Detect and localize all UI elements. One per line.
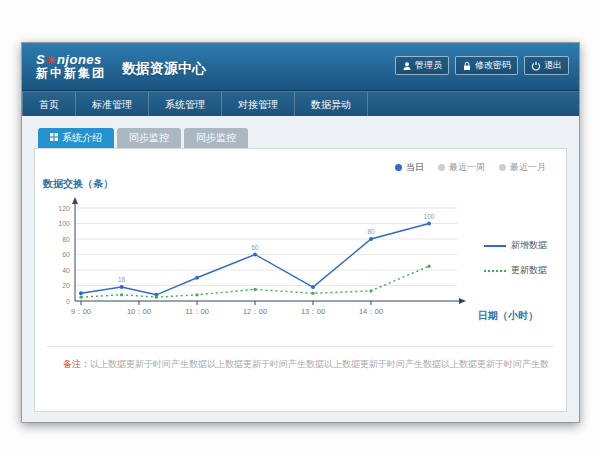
y-tick-label: 60 <box>62 251 70 258</box>
logo-star-icon: ✳ <box>45 54 57 66</box>
x-tick-label: 10：00 <box>127 307 151 316</box>
header-actions: 管理员 修改密码 退出 <box>395 56 569 75</box>
data-point <box>311 285 315 289</box>
point-label: 18 <box>118 276 126 283</box>
admin-button[interactable]: 管理员 <box>395 56 449 75</box>
x-tick-label: 12：00 <box>243 307 267 316</box>
series-line <box>81 266 429 297</box>
series-legend-new-data-label: 新增数据 <box>511 239 547 252</box>
data-point <box>195 293 198 296</box>
footnote: 备注：以上数据更新于时间产生数据以上数据更新于时间产生数据以上数据更新于时间产生… <box>63 358 548 371</box>
data-point <box>120 285 124 289</box>
footnote-prefix: 备注： <box>63 359 90 369</box>
logo-text-left: S <box>36 52 45 67</box>
grid-icon <box>50 128 58 148</box>
legend-label-last-month: 最近一月 <box>510 161 546 174</box>
nav-item-interface-mgmt[interactable]: 对接管理 <box>222 92 295 117</box>
line-chart: 0204060801001209：0010：0011：0012：0013：001… <box>45 195 495 319</box>
period-legend: 当日 最近一周 最近一月 <box>395 161 546 174</box>
nav-item-data-change[interactable]: 数据异动 <box>295 92 368 117</box>
y-tick-label: 40 <box>62 267 70 274</box>
legend-dot-last-week <box>438 164 445 171</box>
y-tick-label: 100 <box>58 220 70 227</box>
data-point <box>369 237 373 241</box>
tab-sync-monitor-2[interactable]: 同步监控 <box>184 128 248 148</box>
legend-dot-today <box>395 164 402 171</box>
logout-button[interactable]: 退出 <box>524 56 569 75</box>
nav-item-system-mgmt[interactable]: 系统管理 <box>149 92 222 117</box>
app-title: 数据资源中心 <box>122 60 206 78</box>
point-label: 80 <box>367 228 375 235</box>
point-label: 100 <box>424 213 435 220</box>
y-tick-label: 20 <box>62 282 70 289</box>
nav-item-home[interactable]: 首页 <box>22 92 76 117</box>
x-tick-label: 11：00 <box>185 307 209 316</box>
data-point <box>79 291 83 295</box>
tab-bar: 系统介绍 同步监控 同步监控 <box>38 126 567 148</box>
change-password-button[interactable]: 修改密码 <box>455 56 518 75</box>
legend-item-last-month[interactable]: 最近一月 <box>499 161 546 174</box>
legend-item-today[interactable]: 当日 <box>395 161 424 174</box>
user-icon <box>402 61 412 71</box>
footnote-text: 以上数据更新于时间产生数据以上数据更新于时间产生数据以上数据更新于时间产生数据以… <box>90 359 548 369</box>
x-tick-label: 9：00 <box>71 307 91 316</box>
y-axis-title: 数据交换（条） <box>43 177 113 191</box>
legend-item-last-week[interactable]: 最近一周 <box>438 161 485 174</box>
content-area: 系统介绍 同步监控 同步监控 当日 最近一周 最近一月 数据交换 <box>22 116 579 422</box>
data-point <box>427 265 430 268</box>
legend-label-last-week: 最近一周 <box>449 161 485 174</box>
admin-button-label: 管理员 <box>415 59 442 72</box>
nav-item-standard-mgmt[interactable]: 标准管理 <box>76 92 149 117</box>
series-line <box>81 224 429 295</box>
x-tick-label: 14：00 <box>359 307 383 316</box>
data-point <box>253 253 257 257</box>
series-legend-new-data[interactable]: 新增数据 <box>484 239 558 252</box>
data-point <box>427 222 431 226</box>
y-tick-label: 0 <box>66 298 70 305</box>
logo-wordmark: S✳njones <box>36 53 106 67</box>
data-point <box>369 289 372 292</box>
data-point <box>120 293 123 296</box>
logo-subtitle: 新中新集团 <box>36 67 106 80</box>
data-point <box>155 296 158 299</box>
data-point <box>253 288 256 291</box>
series-legend-update-data-label: 更新数据 <box>511 264 547 277</box>
x-axis-label: 日期（小时） <box>478 309 538 323</box>
solid-line-sample <box>484 245 506 247</box>
series-legend: 新增数据 更新数据 <box>484 239 558 289</box>
tab-system-intro-label: 系统介绍 <box>62 128 102 148</box>
x-axis-arrow <box>459 298 466 304</box>
logout-button-label: 退出 <box>544 59 562 72</box>
y-tick-label: 120 <box>58 205 70 212</box>
change-password-button-label: 修改密码 <box>475 59 511 72</box>
series-legend-update-data[interactable]: 更新数据 <box>484 264 558 277</box>
app-window: S✳njones 新中新集团 数据资源中心 管理员 修改密码 退出 首页 标准管… <box>21 42 580 423</box>
dotted-line-sample <box>484 270 506 272</box>
point-label: 60 <box>251 244 259 251</box>
x-tick-label: 13：00 <box>301 307 325 316</box>
logo: S✳njones 新中新集团 <box>36 53 106 80</box>
power-icon <box>531 61 541 71</box>
main-nav: 首页 标准管理 系统管理 对接管理 数据异动 <box>22 91 579 117</box>
chart-panel: 当日 最近一周 最近一月 数据交换（条） 0204060801001209：00… <box>34 148 567 412</box>
y-tick-label: 80 <box>62 236 70 243</box>
note-divider <box>47 346 554 347</box>
data-point <box>79 296 82 299</box>
data-point <box>311 292 314 295</box>
legend-dot-last-month <box>499 164 506 171</box>
y-axis-arrow <box>72 197 78 204</box>
tab-sync-monitor-1[interactable]: 同步监控 <box>117 128 181 148</box>
tab-system-intro[interactable]: 系统介绍 <box>38 128 114 148</box>
lock-icon <box>462 61 472 71</box>
legend-label-today: 当日 <box>406 161 424 174</box>
header: S✳njones 新中新集团 数据资源中心 管理员 修改密码 退出 <box>22 43 579 91</box>
data-point <box>195 276 199 280</box>
logo-text-right: njones <box>57 52 102 67</box>
